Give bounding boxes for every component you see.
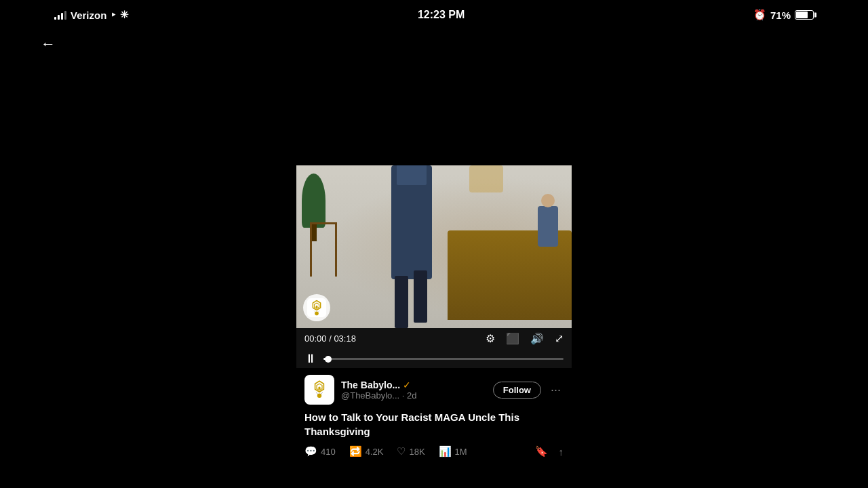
plant-decoration	[302, 174, 326, 228]
video-watermark-logo	[303, 294, 330, 321]
progress-track[interactable]	[323, 358, 564, 360]
main-figure	[384, 165, 439, 328]
settings-icon: ✳	[120, 9, 129, 21]
battery-percent: 71%	[770, 9, 791, 21]
video-player[interactable]	[296, 165, 572, 328]
status-right: ⏰ 71%	[753, 9, 814, 21]
retweet-action[interactable]: 🔁 4.2K	[349, 445, 384, 458]
share-icon: ↑	[559, 446, 564, 458]
progress-dot	[325, 356, 332, 363]
status-bar: Verizon ‣ ✳ 12:23 PM ⏰ 71%	[0, 0, 868, 30]
like-icon: ♡	[397, 445, 406, 458]
tweet-header: The Babylo... ✓ @TheBabylo... · 2d Follo…	[304, 375, 564, 405]
tweet-meta: The Babylo... ✓ @TheBabylo... · 2d	[341, 380, 486, 401]
more-options-button[interactable]: ···	[548, 383, 564, 397]
time-display: 12:23 PM	[418, 9, 465, 21]
account-handle[interactable]: @TheBabylo... · 2d	[341, 390, 486, 401]
back-button[interactable]: ←	[41, 35, 56, 53]
retweet-count: 4.2K	[366, 447, 384, 457]
like-action[interactable]: ♡ 18K	[397, 445, 425, 458]
bookmark-action[interactable]: 🔖	[535, 445, 548, 458]
figure-body	[391, 165, 432, 279]
hanging-light	[469, 165, 503, 192]
views-count: 1M	[455, 447, 467, 457]
comment-count: 410	[321, 447, 336, 457]
volume-icon[interactable]: 🔊	[530, 332, 544, 345]
retweet-icon: 🔁	[349, 445, 362, 458]
signal-icon	[54, 10, 66, 20]
airplay-icon[interactable]: ⬛	[506, 332, 519, 345]
person-seated	[538, 206, 558, 247]
account-name[interactable]: The Babylo...	[341, 380, 400, 390]
controls-bar: 00:00 / 03:18 ⚙ ⬛ 🔊 ⤢	[296, 328, 572, 349]
follow-button[interactable]: Follow	[493, 382, 541, 399]
tweet-actions: 💬 410 🔁 4.2K ♡ 18K 📊 1M 🔖 ↑	[304, 445, 564, 458]
settings-control-icon[interactable]: ⚙	[486, 332, 495, 345]
like-count: 18K	[409, 447, 425, 457]
comment-icon: 💬	[304, 445, 317, 458]
video-controls: 00:00 / 03:18 ⚙ ⬛ 🔊 ⤢ ⏸	[296, 328, 572, 371]
comment-action[interactable]: 💬 410	[304, 445, 336, 458]
tweet-content: The Babylo... ✓ @TheBabylo... · 2d Follo…	[296, 368, 572, 464]
share-action[interactable]: ↑	[559, 445, 564, 458]
fullscreen-icon[interactable]: ⤢	[555, 332, 564, 345]
video-scene	[296, 165, 572, 328]
status-left: Verizon ‣ ✳	[54, 9, 129, 21]
battery-icon	[795, 10, 814, 20]
pause-button[interactable]: ⏸	[304, 352, 317, 366]
tweet-text: How to Talk to Your Racist MAGA Uncle Th…	[304, 410, 564, 439]
video-time: 00:00 / 03:18	[304, 333, 356, 344]
svg-point-17	[317, 394, 321, 398]
account-avatar[interactable]	[304, 375, 334, 405]
right-actions: 🔖 ↑	[535, 445, 564, 458]
views-icon: 📊	[439, 445, 452, 458]
carrier-label: Verizon	[71, 9, 106, 21]
alarm-icon: ⏰	[753, 9, 766, 21]
bookmark-icon: 🔖	[535, 445, 548, 458]
tweet-name-row: The Babylo... ✓	[341, 380, 486, 390]
left-leg	[395, 276, 408, 328]
chair-decoration	[310, 222, 337, 277]
views-action[interactable]: 📊 1M	[439, 445, 467, 458]
svg-point-10	[315, 312, 319, 316]
figure-legs	[395, 276, 429, 328]
verified-badge: ✓	[403, 380, 411, 390]
right-leg	[414, 270, 427, 323]
control-icons: ⚙ ⬛ 🔊 ⤢	[486, 332, 564, 345]
wifi-icon: ‣	[111, 9, 116, 20]
